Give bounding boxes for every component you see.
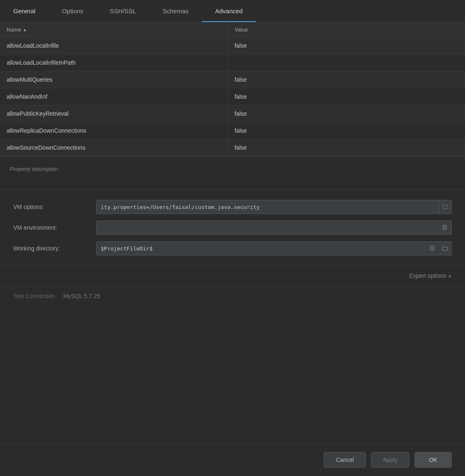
test-connection-row: Test Connection MySQL 5.7.25 — [0, 286, 465, 306]
tab-ssh-ssl[interactable]: SSH/SSL — [97, 0, 149, 22]
test-connection-result: MySQL 5.7.25 — [63, 293, 100, 299]
col-value-header: Value — [228, 22, 465, 37]
cell-name: allowReplicaDownConnections — [0, 122, 228, 139]
cell-value: false — [228, 71, 465, 88]
cell-name: allowLoadLocalInfile — [0, 37, 228, 54]
table-row[interactable]: allowMultiQueries false — [0, 71, 465, 88]
table-row[interactable]: allowReplicaDownConnections false — [0, 122, 465, 139]
cell-value: false — [228, 105, 465, 122]
vm-options-row: VM options: — [13, 200, 452, 214]
document-icon[interactable] — [426, 245, 439, 251]
vm-working-dir-input-wrapper — [96, 241, 452, 255]
table-row[interactable]: allowLoadLocalInfileInPath — [0, 54, 465, 71]
expand-icon[interactable] — [438, 200, 451, 214]
table-row[interactable]: allowLoadLocalInfile false — [0, 37, 465, 54]
vm-environment-input-wrapper — [96, 221, 452, 235]
apply-button[interactable]: Apply — [371, 452, 409, 468]
folder-icon[interactable] — [439, 245, 451, 251]
vm-environment-row: VM environment: — [13, 221, 452, 235]
cell-value: false — [228, 122, 465, 139]
cell-name: allowMultiQueries — [0, 71, 228, 88]
description-area: Property description. — [0, 157, 465, 190]
table-row[interactable]: allowNanAndInf false — [0, 88, 465, 105]
vm-environment-input[interactable] — [97, 221, 439, 234]
col-value-label: Value — [235, 27, 248, 33]
document-icon[interactable] — [439, 225, 451, 231]
cell-name: allowPublicKeyRetrieval — [0, 105, 228, 122]
cell-name: allowSourceDownConnections — [0, 139, 228, 156]
vm-options-input[interactable] — [97, 200, 438, 214]
properties-table: Name ▲ Value allowLoadLocalInfile false … — [0, 22, 465, 157]
vm-options-label: VM options: — [13, 204, 96, 210]
cell-name: allowLoadLocalInfileInPath — [0, 54, 228, 71]
description-text: Property description. — [10, 166, 59, 172]
table-row[interactable]: allowSourceDownConnections false — [0, 139, 465, 156]
cell-value — [228, 54, 465, 71]
vm-section: VM options: VM environment: — [0, 190, 465, 266]
vm-options-input-wrapper — [96, 200, 452, 214]
expert-options-label: Expert options — [409, 272, 447, 279]
tab-schemas[interactable]: Schemas — [149, 0, 202, 22]
ok-button[interactable]: OK — [414, 452, 452, 468]
sort-arrow-icon: ▲ — [23, 27, 27, 32]
table-header: Name ▲ Value — [0, 22, 465, 37]
cell-value: false — [228, 139, 465, 156]
footer: Cancel Apply OK — [0, 443, 465, 476]
tab-options[interactable]: Options — [48, 0, 97, 22]
cell-value: false — [228, 37, 465, 54]
cell-name: allowNanAndInf — [0, 88, 228, 105]
tab-bar: General Options SSH/SSL Schemas Advanced — [0, 0, 465, 22]
vm-working-dir-label: Working directory: — [13, 245, 96, 252]
expert-options-button[interactable]: Expert options ∨ — [409, 272, 452, 279]
tab-general[interactable]: General — [0, 0, 48, 22]
vm-working-dir-row: Working directory: — [13, 241, 452, 255]
cell-value: false — [228, 88, 465, 105]
vm-working-dir-input[interactable] — [97, 242, 426, 255]
col-name-header[interactable]: Name ▲ — [0, 22, 228, 37]
test-connection-label[interactable]: Test Connection — [13, 293, 55, 299]
chevron-down-icon: ∨ — [448, 273, 452, 279]
tab-advanced[interactable]: Advanced — [202, 0, 256, 22]
expert-options-row: Expert options ∨ — [0, 266, 465, 286]
col-name-label: Name — [7, 27, 21, 33]
table-row[interactable]: allowPublicKeyRetrieval false — [0, 105, 465, 122]
vm-environment-label: VM environment: — [13, 224, 96, 231]
cancel-button[interactable]: Cancel — [324, 452, 366, 468]
